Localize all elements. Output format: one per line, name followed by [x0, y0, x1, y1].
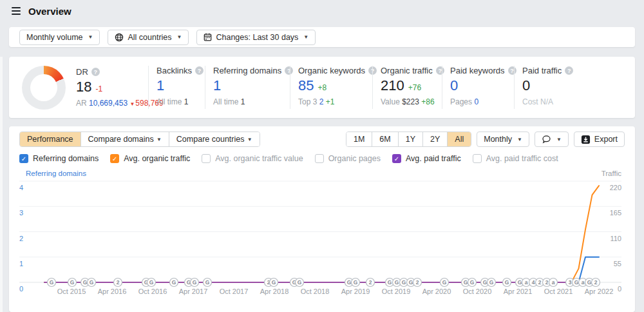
legend-label-avg-paid-traffic: Avg. paid traffic: [406, 154, 461, 163]
chevron-down-icon: ▼: [177, 34, 182, 40]
monthly-volume-dropdown[interactable]: Monthly volume ▼: [19, 30, 100, 45]
series-line-referring-domains: [44, 257, 599, 282]
performance-chart-svg: Referring domainsTraffic4321022016511055…: [19, 170, 635, 308]
decrease-icon: ▼: [129, 101, 135, 107]
legend-item-avg-organic-traffic[interactable]: ✓Avg. organic traffic: [110, 154, 190, 163]
event-marker-label: G: [587, 279, 592, 286]
chevron-down-icon: ▼: [303, 34, 308, 40]
organic-traffic-value: 210+76: [381, 77, 437, 94]
paid-traffic-value: 0: [522, 77, 622, 94]
download-icon: [581, 135, 591, 144]
range-1y[interactable]: 1Y: [398, 132, 422, 146]
backlinks-value[interactable]: 1: [156, 77, 200, 94]
help-icon[interactable]: ?: [91, 68, 100, 76]
calendar-icon: [204, 33, 212, 41]
legend-label-avg-organic-traffic: Avg. organic traffic: [124, 154, 190, 163]
event-marker-label: G: [409, 279, 413, 286]
tab-performance[interactable]: Performance: [20, 132, 80, 146]
event-marker-label: G: [205, 279, 210, 286]
checkbox-referring-domains[interactable]: ✓: [19, 154, 28, 163]
help-icon[interactable]: ?: [565, 66, 573, 75]
chevron-down-icon: ▼: [88, 34, 93, 40]
legend-label-avg-organic-traffic-value: Avg. organic traffic value: [215, 154, 303, 163]
x-axis-tick: Oct 2017: [220, 288, 249, 295]
collapsed-sidebar-edge: [0, 57, 3, 312]
dr-delta: -1: [95, 84, 102, 93]
legend-item-avg-organic-traffic-value[interactable]: Avg. organic traffic value: [202, 154, 303, 163]
help-icon[interactable]: ?: [195, 66, 204, 75]
range-6m[interactable]: 6M: [372, 132, 397, 146]
granularity-label: Monthly: [484, 135, 512, 144]
event-marker-label: a: [582, 279, 585, 286]
view-tabs: Performance Compare domains ▼ Compare co…: [19, 132, 260, 147]
event-marker-label: 2: [117, 279, 120, 286]
referring-domains-value[interactable]: 1: [213, 77, 285, 94]
dr-gauge: [22, 66, 66, 110]
event-marker-label: G: [518, 279, 522, 286]
event-marker-label: G: [90, 279, 94, 286]
x-axis-tick: Apr 2016: [98, 288, 127, 295]
checkbox-avg-paid-traffic-cost[interactable]: [473, 154, 482, 163]
range-all[interactable]: All: [447, 132, 471, 146]
event-marker-label: G: [464, 279, 468, 286]
x-axis-tick: Apr 2020: [422, 288, 451, 295]
legend-item-referring-domains[interactable]: ✓Referring domains: [19, 154, 99, 163]
checkbox-organic-pages[interactable]: [315, 154, 324, 163]
chart-toolbar: Performance Compare domains ▼ Compare co…: [19, 132, 625, 147]
left-axis-tick: 0: [19, 285, 23, 293]
paid-keywords-metric: Paid keywords? 0 Pages 0: [442, 66, 514, 109]
globe-icon: [115, 33, 124, 42]
x-axis-tick: Apr 2018: [260, 288, 289, 295]
monthly-volume-label: Monthly volume: [26, 33, 83, 42]
referring-domains-metric: Referring domains? 1 All time 1: [205, 66, 290, 109]
ar-value[interactable]: 10,669,453: [89, 99, 128, 108]
right-axis-tick: 110: [610, 235, 621, 242]
countries-label: All countries: [128, 33, 171, 42]
event-marker-label: G: [489, 279, 494, 286]
event-marker-label: G: [483, 279, 488, 286]
changes-dropdown[interactable]: Changes: Last 30 days ▼: [196, 30, 316, 45]
legend-item-organic-pages[interactable]: Organic pages: [315, 154, 381, 163]
dr-label: DR: [76, 67, 88, 77]
countries-dropdown[interactable]: All countries ▼: [108, 30, 189, 45]
event-marker-label: G: [70, 279, 75, 286]
left-axis-tick: 3: [19, 209, 23, 217]
paid-keywords-value[interactable]: 0: [450, 77, 509, 94]
event-marker-label: 4: [532, 279, 535, 286]
backlinks-metric: Backlinks? 1 All time 1: [148, 66, 205, 109]
x-axis-tick: Oct 2019: [382, 288, 411, 295]
event-marker-label: G: [83, 279, 88, 286]
checkbox-avg-organic-traffic[interactable]: ✓: [110, 154, 119, 163]
series-line-avg-organic-traffic: [44, 186, 599, 282]
legend-label-referring-domains: Referring domains: [33, 154, 99, 163]
event-marker-label: 2: [538, 279, 542, 286]
legend-item-avg-paid-traffic[interactable]: ✓Avg. paid traffic: [392, 154, 461, 163]
event-marker-label: a: [552, 279, 555, 286]
menu-icon[interactable]: [12, 7, 21, 15]
x-axis-tick: Apr 2022: [585, 288, 614, 295]
organic-keywords-value[interactable]: 85+8: [298, 77, 367, 94]
tab-compare-countries[interactable]: Compare countries ▼: [169, 132, 260, 146]
event-marker-label: G: [149, 279, 154, 286]
event-marker-label: G: [505, 279, 509, 286]
right-axis-tick: 165: [610, 209, 621, 217]
event-marker-label: 2: [416, 279, 419, 286]
filters-card: Monthly volume ▼ All countries ▼ Changes…: [9, 27, 635, 47]
range-2y[interactable]: 2Y: [422, 132, 447, 146]
notes-dropdown[interactable]: ▼: [535, 132, 569, 147]
range-1m[interactable]: 1M: [346, 132, 372, 146]
right-axis-tick: 0: [618, 285, 621, 293]
export-button[interactable]: Export: [574, 132, 625, 147]
export-label: Export: [594, 135, 618, 144]
x-axis-tick: Oct 2015: [57, 288, 86, 295]
performance-chart: Referring domainsTraffic4321022016511055…: [19, 170, 635, 308]
legend-item-avg-paid-traffic-cost[interactable]: Avg. paid traffic cost: [473, 154, 558, 163]
granularity-dropdown[interactable]: Monthly ▼: [477, 132, 529, 147]
event-marker-label: G: [442, 279, 447, 286]
checkbox-avg-paid-traffic[interactable]: ✓: [392, 154, 401, 163]
checkbox-avg-organic-traffic-value[interactable]: [202, 154, 211, 163]
x-axis-tick: Oct 2016: [138, 288, 167, 295]
tab-compare-domains[interactable]: Compare domains ▼: [80, 132, 169, 146]
paid-traffic-metric: Paid traffic? 0 Cost N/A: [514, 66, 627, 109]
event-marker-label: G: [272, 279, 276, 286]
